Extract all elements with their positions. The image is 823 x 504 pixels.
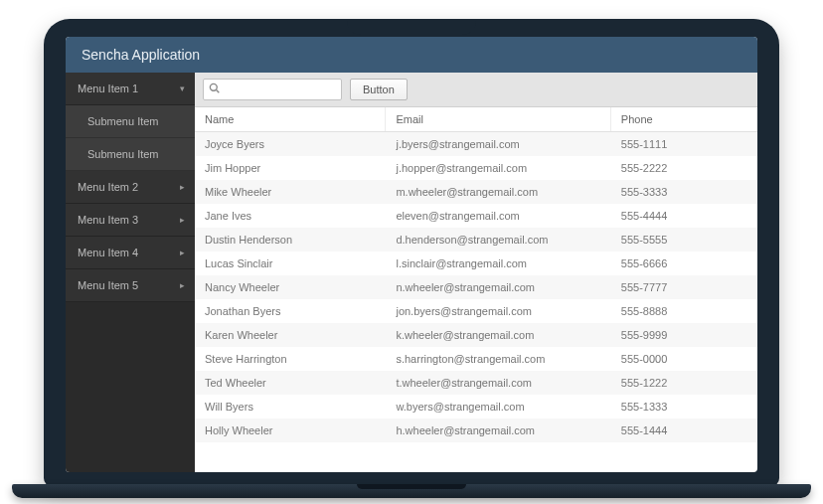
cell-phone: 555-1444 (611, 419, 757, 442)
menu-item-3[interactable]: Menu Item 3 ▸ (66, 204, 195, 237)
laptop-frame: Sencha Application Menu Item 1 ▾ Submenu… (44, 19, 779, 486)
table-row[interactable]: Dustin Hendersond.henderson@strangemail.… (195, 228, 757, 252)
menu-item-label: Menu Item 3 (78, 214, 138, 226)
app-header: Sencha Application (66, 37, 757, 73)
cell-name: Dustin Henderson (195, 228, 386, 252)
table-row[interactable]: Jonathan Byersjon.byers@strangemail.com5… (195, 299, 757, 323)
chevron-down-icon: ▾ (180, 84, 185, 93)
cell-name: Nancy Wheeler (195, 275, 386, 299)
table-row[interactable]: Lucas Sinclairl.sinclair@strangemail.com… (195, 252, 757, 275)
submenu-item-label: Submenu Item (87, 148, 159, 160)
cell-email: s.harrington@strangemail.com (386, 347, 610, 371)
cell-email: m.wheeler@strangemail.com (386, 180, 610, 204)
menu-item-4[interactable]: Menu Item 4 ▸ (66, 237, 195, 269)
table-row[interactable]: Mike Wheelerm.wheeler@strangemail.com555… (195, 180, 757, 204)
cell-phone: 555-9999 (611, 323, 757, 347)
chevron-right-icon: ▸ (180, 182, 185, 192)
app-screen: Sencha Application Menu Item 1 ▾ Submenu… (66, 37, 757, 472)
table-row[interactable]: Holly Wheelerh.wheeler@strangemail.com55… (195, 419, 757, 442)
cell-email: d.henderson@strangemail.com (386, 228, 610, 252)
grid-header: Name Email Phone (195, 107, 757, 132)
cell-email: w.byers@strangemail.com (386, 395, 610, 419)
grid-body: Joyce Byersj.byers@strangemail.com555-11… (195, 132, 757, 442)
table-row[interactable]: Ted Wheelert.wheeler@strangemail.com555-… (195, 371, 757, 395)
chevron-right-icon: ▸ (180, 248, 185, 257)
cell-email: jon.byers@strangemail.com (386, 299, 610, 323)
table-row[interactable]: Karen Wheelerk.wheeler@strangemail.com55… (195, 323, 757, 347)
column-header-phone[interactable]: Phone (611, 107, 757, 131)
table-row[interactable]: Jane Iveseleven@strangemail.com555-4444 (195, 204, 757, 228)
laptop-notch (347, 19, 476, 35)
cell-phone: 555-1333 (611, 395, 757, 419)
menu-item-label: Menu Item 1 (78, 83, 138, 94)
cell-email: n.wheeler@strangemail.com (386, 275, 610, 299)
cell-name: Mike Wheeler (195, 180, 386, 204)
chevron-right-icon: ▸ (180, 280, 185, 290)
cell-email: eleven@strangemail.com (386, 204, 610, 228)
cell-phone: 555-4444 (611, 204, 757, 228)
cell-email: l.sinclair@strangemail.com (386, 252, 610, 275)
search-input[interactable] (203, 79, 342, 100)
cell-email: t.wheeler@strangemail.com (386, 371, 610, 395)
menu-item-label: Menu Item 5 (78, 279, 138, 291)
laptop-base (12, 484, 811, 498)
column-header-name[interactable]: Name (195, 107, 386, 131)
cell-phone: 555-8888 (611, 299, 757, 323)
menu-item-label: Menu Item 4 (78, 247, 138, 258)
menu-item-label: Menu Item 2 (78, 181, 138, 193)
cell-email: j.hopper@strangemail.com (386, 156, 610, 180)
column-header-email[interactable]: Email (386, 107, 610, 131)
cell-name: Joyce Byers (195, 132, 386, 156)
cell-phone: 555-2222 (611, 156, 757, 180)
menu-item-1[interactable]: Menu Item 1 ▾ (66, 73, 195, 105)
cell-name: Ted Wheeler (195, 371, 386, 395)
app-title: Sencha Application (82, 47, 200, 63)
submenu-item[interactable]: Submenu Item (66, 138, 195, 171)
cell-name: Steve Harrington (195, 347, 386, 371)
table-row[interactable]: Will Byersw.byers@strangemail.com555-133… (195, 395, 757, 419)
cell-email: j.byers@strangemail.com (386, 132, 610, 156)
submenu-item-label: Submenu Item (87, 115, 159, 127)
cell-email: h.wheeler@strangemail.com (386, 419, 610, 442)
toolbar: Button (195, 73, 757, 107)
cell-name: Holly Wheeler (195, 419, 386, 442)
data-grid: Name Email Phone Joyce Byersj.byers@stra… (195, 107, 757, 472)
table-row[interactable]: Steve Harringtons.harrington@strangemail… (195, 347, 757, 371)
search-wrap (203, 79, 342, 100)
menu-item-2[interactable]: Menu Item 2 ▸ (66, 171, 195, 204)
cell-email: k.wheeler@strangemail.com (386, 323, 610, 347)
submenu-item[interactable]: Submenu Item (66, 105, 195, 138)
cell-phone: 555-7777 (611, 275, 757, 299)
cell-name: Jim Hopper (195, 156, 386, 180)
table-row[interactable]: Joyce Byersj.byers@strangemail.com555-11… (195, 132, 757, 156)
cell-name: Karen Wheeler (195, 323, 386, 347)
cell-name: Jonathan Byers (195, 299, 386, 323)
cell-name: Will Byers (195, 395, 386, 419)
cell-phone: 555-0000 (611, 347, 757, 371)
sidebar: Menu Item 1 ▾ Submenu Item Submenu Item … (66, 73, 195, 472)
cell-phone: 555-5555 (611, 228, 757, 252)
menu-item-5[interactable]: Menu Item 5 ▸ (66, 269, 195, 302)
cell-name: Lucas Sinclair (195, 252, 386, 275)
cell-phone: 555-6666 (611, 252, 757, 275)
chevron-right-icon: ▸ (180, 215, 185, 225)
cell-phone: 555-1111 (611, 132, 757, 156)
main-panel: Button Name Email Phone Joyce Byersj.bye… (195, 73, 757, 472)
cell-name: Jane Ives (195, 204, 386, 228)
cell-phone: 555-1222 (611, 371, 757, 395)
toolbar-button[interactable]: Button (350, 79, 408, 100)
table-row[interactable]: Jim Hopperj.hopper@strangemail.com555-22… (195, 156, 757, 180)
app-content: Menu Item 1 ▾ Submenu Item Submenu Item … (66, 73, 757, 472)
cell-phone: 555-3333 (611, 180, 757, 204)
table-row[interactable]: Nancy Wheelern.wheeler@strangemail.com55… (195, 275, 757, 299)
